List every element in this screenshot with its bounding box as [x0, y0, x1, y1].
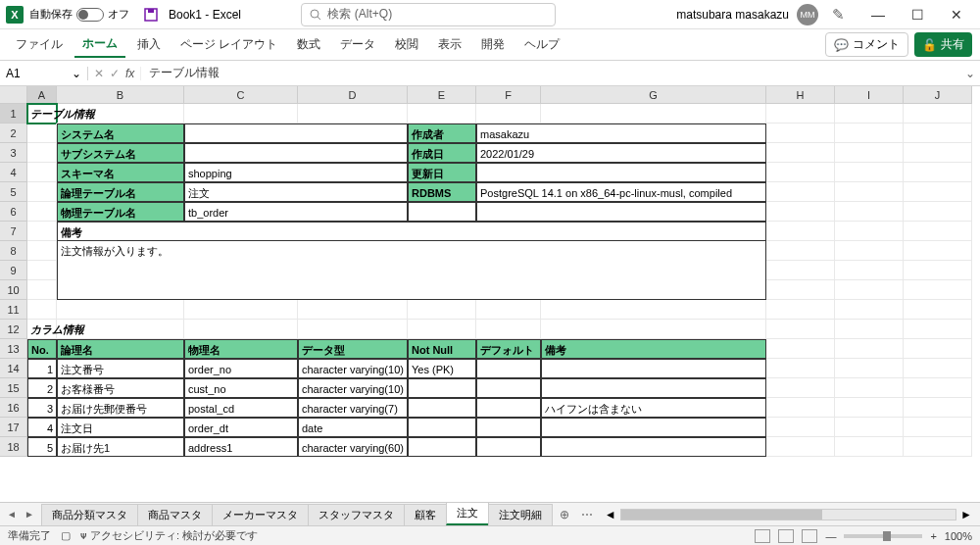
cell[interactable]: [904, 261, 972, 280]
column-header-G[interactable]: G: [541, 86, 766, 104]
zoom-slider[interactable]: [844, 534, 922, 538]
ribbon-tab-1[interactable]: ホーム: [74, 31, 125, 58]
cell[interactable]: お届け先1: [57, 437, 184, 457]
column-header-B[interactable]: B: [57, 86, 184, 104]
cell[interactable]: [835, 339, 904, 359]
cell[interactable]: 作成日: [408, 143, 476, 163]
cell[interactable]: No.: [27, 339, 57, 359]
column-header-F[interactable]: F: [476, 86, 541, 104]
cell[interactable]: [835, 182, 904, 202]
cell[interactable]: [766, 339, 835, 359]
row-header-5[interactable]: 5: [0, 182, 27, 202]
avatar[interactable]: MM: [797, 4, 818, 25]
cell[interactable]: [904, 418, 972, 437]
cell[interactable]: お客様番号: [57, 378, 184, 398]
cell[interactable]: [904, 104, 972, 124]
cell[interactable]: [27, 163, 57, 182]
cell[interactable]: [835, 163, 904, 182]
cell[interactable]: [766, 437, 835, 457]
cell[interactable]: 備考: [57, 222, 766, 241]
cell[interactable]: [408, 202, 476, 222]
cell[interactable]: システム名: [57, 124, 184, 143]
cell[interactable]: 論理名: [57, 339, 184, 359]
sheet-tab-5[interactable]: 注文: [446, 502, 489, 525]
cell[interactable]: [835, 398, 904, 418]
row-header-11[interactable]: 11: [0, 300, 27, 320]
cell[interactable]: [27, 280, 57, 300]
cell[interactable]: [766, 104, 835, 124]
maximize-button[interactable]: ☐: [898, 0, 937, 29]
ribbon-tab-2[interactable]: 挿入: [129, 32, 169, 57]
cell[interactable]: [57, 261, 766, 280]
scroll-right-icon[interactable]: ►: [960, 508, 972, 521]
cell[interactable]: [476, 300, 541, 320]
cell[interactable]: [766, 202, 835, 222]
cell[interactable]: 物理テーブル名: [57, 202, 184, 222]
cell[interactable]: [476, 202, 766, 222]
section-title-columns[interactable]: カラム情報: [27, 320, 84, 339]
row-header-18[interactable]: 18: [0, 437, 27, 457]
cell[interactable]: [835, 418, 904, 437]
ribbon-tab-6[interactable]: 校閲: [387, 32, 426, 57]
save-icon[interactable]: [143, 7, 159, 23]
cell[interactable]: [835, 320, 904, 339]
sheet-nav-next[interactable]: ►: [22, 507, 37, 521]
column-header-J[interactable]: J: [904, 86, 972, 104]
cell[interactable]: ハイフンは含まない: [541, 398, 766, 418]
cell[interactable]: [766, 418, 835, 437]
column-header-H[interactable]: H: [766, 86, 835, 104]
sheet-tab-1[interactable]: 商品マスタ: [137, 504, 213, 525]
cell[interactable]: order_dt: [184, 418, 298, 437]
cell[interactable]: [766, 222, 835, 241]
zoom-level[interactable]: 100%: [945, 530, 972, 542]
cell[interactable]: [408, 320, 476, 339]
cell[interactable]: [766, 320, 835, 339]
fx-icon[interactable]: fx: [125, 67, 134, 80]
search-box[interactable]: 検索 (Alt+Q): [301, 3, 556, 26]
cell[interactable]: [835, 437, 904, 457]
cell[interactable]: [766, 359, 835, 378]
cell[interactable]: tb_order: [184, 202, 408, 222]
ribbon-tab-8[interactable]: 開発: [473, 32, 513, 57]
ribbon-tab-3[interactable]: ページ レイアウト: [172, 32, 285, 57]
cell[interactable]: [835, 124, 904, 143]
select-all-corner[interactable]: [0, 86, 27, 104]
cell[interactable]: [408, 398, 476, 418]
view-page-layout-button[interactable]: [778, 529, 794, 543]
cell[interactable]: address1: [184, 437, 298, 457]
row-header-9[interactable]: 9: [0, 261, 27, 280]
cell[interactable]: デフォルト: [476, 339, 541, 359]
cell[interactable]: [408, 418, 476, 437]
cell[interactable]: [766, 280, 835, 300]
cell[interactable]: [408, 104, 476, 124]
formula-input[interactable]: テーブル情報: [141, 65, 960, 81]
sheet-tab-3[interactable]: スタッフマスタ: [308, 504, 405, 525]
accessibility-status[interactable]: ᴪ アクセシビリティ: 検討が必要です: [80, 528, 258, 543]
ribbon-tab-7[interactable]: 表示: [430, 32, 469, 57]
view-normal-button[interactable]: [755, 529, 770, 543]
cell[interactable]: [835, 359, 904, 378]
row-header-6[interactable]: 6: [0, 202, 27, 222]
cell[interactable]: [766, 241, 835, 261]
cell[interactable]: [476, 359, 541, 378]
column-header-C[interactable]: C: [184, 86, 298, 104]
cell[interactable]: [57, 280, 766, 300]
cell[interactable]: [766, 398, 835, 418]
cell[interactable]: [835, 261, 904, 280]
horizontal-scrollbar[interactable]: [620, 509, 956, 520]
cell[interactable]: スキーマ名: [57, 163, 184, 182]
cell[interactable]: [27, 182, 57, 202]
cell[interactable]: [904, 202, 972, 222]
cell[interactable]: character varying(60): [298, 437, 408, 457]
cell[interactable]: [476, 378, 541, 398]
name-box[interactable]: A1 ⌄: [0, 67, 88, 80]
cell[interactable]: 注文情報が入ります。: [57, 241, 766, 261]
cell[interactable]: [476, 163, 766, 182]
sheet-tab-2[interactable]: メーカーマスタ: [212, 504, 309, 525]
cell[interactable]: [408, 300, 476, 320]
cell[interactable]: masakazu: [476, 124, 766, 143]
cell[interactable]: 2022/01/29: [476, 143, 766, 163]
cell[interactable]: [904, 300, 972, 320]
cell[interactable]: [766, 300, 835, 320]
cell[interactable]: [904, 222, 972, 241]
